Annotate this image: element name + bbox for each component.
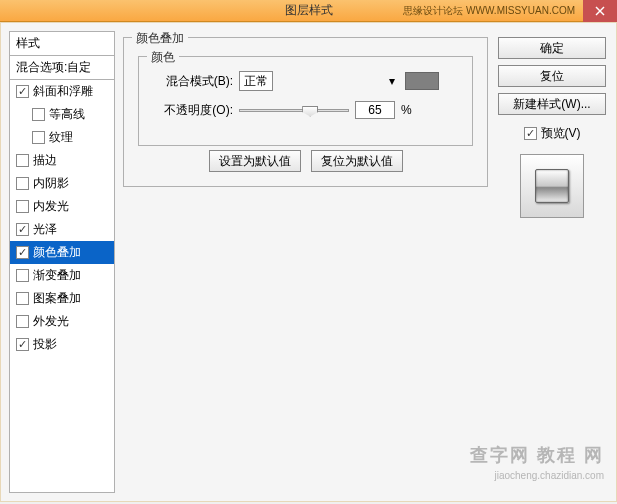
style-item[interactable]: 内阴影 bbox=[10, 172, 114, 195]
style-checkbox[interactable] bbox=[32, 131, 45, 144]
style-item-label: 光泽 bbox=[33, 221, 57, 238]
style-checkbox[interactable] bbox=[16, 292, 29, 305]
set-default-button[interactable]: 设置为默认值 bbox=[209, 150, 301, 172]
reset-default-button[interactable]: 复位为默认值 bbox=[311, 150, 403, 172]
style-item[interactable]: 图案叠加 bbox=[10, 287, 114, 310]
style-checkbox[interactable] bbox=[16, 223, 29, 236]
right-panel: 确定 复位 新建样式(W)... 预览(V) bbox=[496, 31, 608, 493]
blend-mode-label: 混合模式(B): bbox=[153, 73, 233, 90]
style-checkbox[interactable] bbox=[16, 177, 29, 190]
style-item-label: 外发光 bbox=[33, 313, 69, 330]
preview-thumbnail bbox=[520, 154, 584, 218]
style-item-label: 纹理 bbox=[49, 129, 73, 146]
style-checkbox[interactable] bbox=[16, 338, 29, 351]
opacity-label: 不透明度(O): bbox=[153, 102, 233, 119]
style-checkbox[interactable] bbox=[16, 315, 29, 328]
style-item[interactable]: 描边 bbox=[10, 149, 114, 172]
watermark-main: 查字网 教程 网 bbox=[470, 443, 604, 467]
preview-inner bbox=[535, 169, 569, 203]
style-item-label: 斜面和浮雕 bbox=[33, 83, 93, 100]
watermark-url: jiaocheng.chazidian.com bbox=[494, 470, 604, 481]
style-item[interactable]: 纹理 bbox=[10, 126, 114, 149]
cancel-button[interactable]: 复位 bbox=[498, 65, 606, 87]
opacity-unit: % bbox=[401, 103, 412, 117]
branding-text: 思缘设计论坛 WWW.MISSYUAN.COM bbox=[403, 4, 575, 18]
style-item[interactable]: 内发光 bbox=[10, 195, 114, 218]
style-item[interactable]: 外发光 bbox=[10, 310, 114, 333]
blend-options-item[interactable]: 混合选项:自定 bbox=[10, 56, 114, 80]
style-item[interactable]: 光泽 bbox=[10, 218, 114, 241]
style-item-label: 内发光 bbox=[33, 198, 69, 215]
slider-thumb[interactable] bbox=[302, 106, 318, 117]
style-item[interactable]: 渐变叠加 bbox=[10, 264, 114, 287]
style-item[interactable]: 等高线 bbox=[10, 103, 114, 126]
style-checkbox[interactable] bbox=[16, 269, 29, 282]
settings-panel: 颜色叠加 颜色 混合模式(B): 正常 ▾ 不透明度(O): bbox=[123, 31, 488, 493]
opacity-slider[interactable] bbox=[239, 109, 349, 112]
style-checkbox[interactable] bbox=[16, 154, 29, 167]
style-item-label: 内阴影 bbox=[33, 175, 69, 192]
chevron-down-icon: ▾ bbox=[389, 74, 395, 88]
sub-group-title: 颜色 bbox=[147, 49, 179, 66]
style-item[interactable]: 颜色叠加 bbox=[10, 241, 114, 264]
style-item-label: 渐变叠加 bbox=[33, 267, 81, 284]
blend-mode-select[interactable]: 正常 bbox=[239, 71, 273, 91]
ok-button[interactable]: 确定 bbox=[498, 37, 606, 59]
close-icon bbox=[595, 6, 605, 16]
group-title: 颜色叠加 bbox=[132, 30, 188, 47]
style-checkbox[interactable] bbox=[16, 200, 29, 213]
preview-checkbox[interactable] bbox=[524, 127, 537, 140]
style-checkbox[interactable] bbox=[32, 108, 45, 121]
preview-label: 预览(V) bbox=[541, 125, 581, 142]
style-checkbox[interactable] bbox=[16, 85, 29, 98]
styles-header[interactable]: 样式 bbox=[10, 32, 114, 56]
style-item-label: 等高线 bbox=[49, 106, 85, 123]
style-item[interactable]: 斜面和浮雕 bbox=[10, 80, 114, 103]
style-item-label: 颜色叠加 bbox=[33, 244, 81, 261]
window-title: 图层样式 bbox=[285, 2, 333, 19]
opacity-input[interactable] bbox=[355, 101, 395, 119]
close-button[interactable] bbox=[583, 0, 617, 22]
color-swatch[interactable] bbox=[405, 72, 439, 90]
style-checkbox[interactable] bbox=[16, 246, 29, 259]
new-style-button[interactable]: 新建样式(W)... bbox=[498, 93, 606, 115]
style-item-label: 投影 bbox=[33, 336, 57, 353]
style-item-label: 图案叠加 bbox=[33, 290, 81, 307]
style-item[interactable]: 投影 bbox=[10, 333, 114, 356]
styles-list: 样式 混合选项:自定 斜面和浮雕等高线纹理描边内阴影内发光光泽颜色叠加渐变叠加图… bbox=[9, 31, 115, 493]
style-item-label: 描边 bbox=[33, 152, 57, 169]
